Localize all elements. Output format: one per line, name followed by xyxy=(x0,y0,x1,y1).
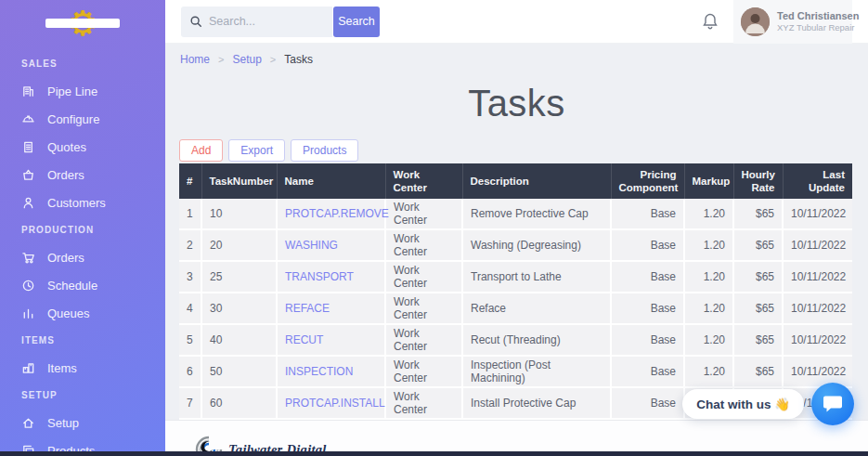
sidebar-item-items[interactable]: Items xyxy=(0,354,165,382)
cell-num: 5 xyxy=(179,324,201,356)
clock-icon xyxy=(21,279,35,293)
products-button[interactable]: Products xyxy=(291,139,358,162)
cell-tasknumber: 10 xyxy=(201,199,277,229)
column-header-pricing-component[interactable]: Pricing Component xyxy=(611,163,684,199)
cell-workcenter: Work Center xyxy=(385,356,462,387)
table-header-row: # TaskNumber Name Work Center Descriptio… xyxy=(179,163,852,199)
cell-markup: 1.20 xyxy=(684,229,733,261)
column-header-markup[interactable]: Markup xyxy=(684,163,733,199)
cell-markup: 1.20 xyxy=(684,324,733,356)
cell-rate: $65 xyxy=(733,199,783,229)
column-header-hourly-rate[interactable]: Hourly Rate xyxy=(733,163,783,199)
breadcrumb-home[interactable]: Home xyxy=(180,53,210,66)
hard-hat-icon xyxy=(21,112,35,126)
task-name-link[interactable]: WASHING xyxy=(277,229,385,261)
app-logo[interactable]: ⚙ xyxy=(0,0,165,46)
cell-pricing: Base xyxy=(611,324,684,356)
add-button[interactable]: Add xyxy=(179,139,223,162)
task-name-link[interactable]: RECUT xyxy=(277,324,385,356)
column-header-description[interactable]: Description xyxy=(462,163,611,199)
cell-pricing: Base xyxy=(611,261,684,293)
breadcrumb-separator: > xyxy=(270,54,276,65)
cell-description: Washing (Degreasing) xyxy=(462,229,611,261)
chat-with-us-button[interactable]: Chat with us 👋 xyxy=(682,389,804,419)
sidebar-item-queues[interactable]: Queues xyxy=(0,299,165,327)
sidebar-section-items: ITEMS xyxy=(0,327,165,354)
search-button[interactable]: Search xyxy=(333,7,380,37)
sidebar-section-production: PRODUCTION xyxy=(0,216,165,243)
cell-pricing: Base xyxy=(611,229,684,261)
sidebar-item-quotes[interactable]: Quotes xyxy=(0,133,165,161)
cell-description: Recut (Threading) xyxy=(462,324,611,356)
user-menu[interactable]: Ted Christiansen XYZ Tubular Repair xyxy=(733,0,852,44)
table-row: 3 25 TRANSPORT Work Center Transport to … xyxy=(179,261,852,293)
table-row: 5 40 RECUT Work Center Recut (Threading)… xyxy=(179,324,852,356)
column-header-last-update[interactable]: Last Update xyxy=(783,163,852,199)
table-row: 2 20 WASHING Work Center Washing (Degrea… xyxy=(179,229,852,261)
breadcrumb-setup[interactable]: Setup xyxy=(232,53,261,66)
sidebar-item-label: Configure xyxy=(47,112,99,126)
column-header-workcenter[interactable]: Work Center xyxy=(385,163,462,199)
cell-tasknumber: 50 xyxy=(201,356,277,387)
cell-rate: $65 xyxy=(733,324,783,356)
cell-markup: 1.20 xyxy=(684,199,733,229)
search-input[interactable] xyxy=(181,7,332,37)
column-header-num[interactable]: # xyxy=(179,163,201,199)
basket-icon xyxy=(21,168,35,182)
cell-tasknumber: 30 xyxy=(201,293,277,324)
sidebar-item-setup[interactable]: Setup xyxy=(0,409,165,436)
sidebar-item-orders-sales[interactable]: Orders xyxy=(0,161,165,189)
action-buttons: Add Export Products xyxy=(179,139,868,162)
sidebar-item-pipe-line[interactable]: Pipe Line xyxy=(0,77,165,105)
bell-icon xyxy=(702,12,719,31)
cell-num: 4 xyxy=(179,293,201,324)
notifications-bell[interactable] xyxy=(702,12,719,31)
sidebar-nav: SALES Pipe Line Configure Quotes Orders … xyxy=(0,46,165,456)
cell-updated: 10/11/2022 xyxy=(783,199,852,229)
column-header-name[interactable]: Name xyxy=(277,163,385,199)
export-button[interactable]: Export xyxy=(228,139,285,162)
task-name-link[interactable]: INSPECTION xyxy=(277,356,385,387)
task-name-link[interactable]: PROTCAP.INSTALL xyxy=(277,387,385,419)
column-header-tasknumber[interactable]: TaskNumber xyxy=(201,163,277,199)
task-name-link[interactable]: PROTCAP.REMOVE xyxy=(277,199,385,229)
task-name-link[interactable]: TRANSPORT xyxy=(277,261,385,293)
cell-updated: 10/11/2022 xyxy=(783,261,852,293)
sidebar-item-configure[interactable]: Configure xyxy=(0,105,165,133)
avatar xyxy=(741,7,770,36)
cell-description: Install Protective Cap xyxy=(462,387,611,419)
cell-description: Inspection (Post Machining) xyxy=(462,356,611,387)
cell-pricing: Base xyxy=(611,356,684,387)
cell-markup: 1.20 xyxy=(684,293,733,324)
cell-rate: $65 xyxy=(733,293,783,324)
cell-num: 2 xyxy=(179,229,201,261)
sidebar-item-label: Quotes xyxy=(47,140,86,154)
cell-num: 6 xyxy=(179,356,201,387)
cell-pricing: Base xyxy=(611,293,684,324)
sidebar-section-setup: SETUP xyxy=(0,382,165,409)
cell-description: Transport to Lathe xyxy=(462,261,611,293)
chat-fab-button[interactable] xyxy=(811,383,854,425)
cell-num: 3 xyxy=(179,261,201,293)
sidebar-item-customers[interactable]: Customers xyxy=(0,189,165,216)
breadcrumb-separator: > xyxy=(218,54,224,65)
cell-updated: 10/11/2022 xyxy=(783,324,852,356)
cart-icon xyxy=(21,251,35,265)
cell-workcenter: Work Center xyxy=(385,229,462,261)
search-icon xyxy=(189,15,202,32)
task-name-link[interactable]: REFACE xyxy=(277,293,385,324)
sidebar-item-label: Items xyxy=(47,361,77,375)
sidebar: ⚙ SALES Pipe Line Configure Quotes Order… xyxy=(0,0,165,456)
sidebar-item-schedule[interactable]: Schedule xyxy=(0,271,165,299)
ledger-icon xyxy=(21,85,35,98)
sidebar-item-orders-production[interactable]: Orders xyxy=(0,243,165,271)
cell-num: 1 xyxy=(179,199,201,229)
sidebar-item-label: Orders xyxy=(47,168,84,182)
boxes-icon xyxy=(21,361,35,375)
chat-widget: Chat with us 👋 xyxy=(682,383,854,425)
cell-markup: 1.20 xyxy=(684,261,733,293)
home-icon xyxy=(21,416,35,430)
pipe-logo-bar xyxy=(45,19,120,28)
person-icon xyxy=(21,196,35,210)
cell-tasknumber: 25 xyxy=(201,261,277,293)
